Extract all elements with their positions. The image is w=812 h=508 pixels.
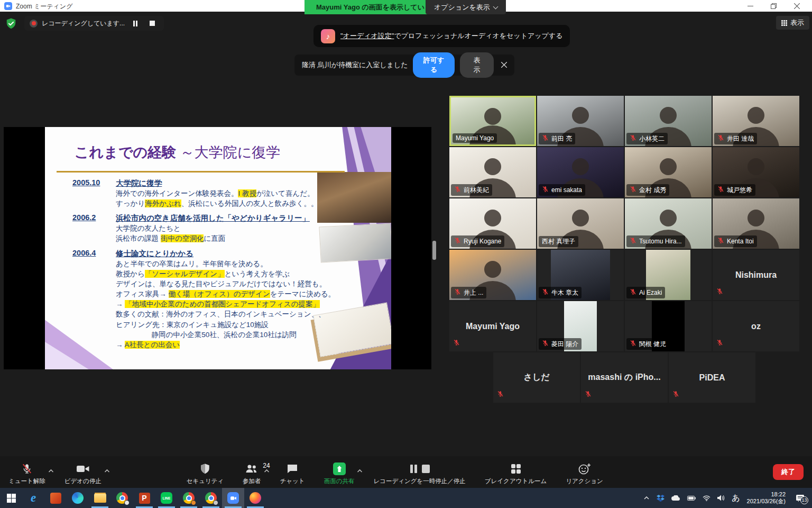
notification-center-icon[interactable]: 13	[796, 494, 805, 502]
participant-tile[interactable]: 井田 達哉	[713, 96, 799, 146]
participant-tile[interactable]: emi sakata	[537, 147, 624, 197]
participant-tile[interactable]: Mayumi Yago	[449, 301, 536, 351]
participant-tile[interactable]: 小林英二	[625, 96, 712, 146]
end-meeting-button[interactable]: 終了	[773, 464, 804, 480]
participant-tile[interactable]: 金村 成秀	[625, 147, 712, 197]
stop-recording-button[interactable]	[146, 18, 159, 29]
music-note-icon: ♪	[321, 29, 335, 43]
meeting-security-shield-icon[interactable]	[5, 17, 17, 30]
entry-date: 2006.2	[72, 213, 114, 223]
participant-name-chip: 西村 真理子	[539, 236, 578, 247]
people-icon	[245, 462, 259, 475]
chevron-up-icon[interactable]	[357, 466, 363, 475]
participant-tile[interactable]: 牛木 章太	[537, 250, 624, 300]
participant-tile[interactable]: 西村 真理子	[537, 198, 624, 249]
camera-icon	[76, 462, 90, 475]
entry-body: 大学院の友人たちと浜松市の課題 街中の空洞化に直面	[116, 223, 335, 243]
muted-mic-icon	[454, 237, 461, 246]
powerpoint-icon: P	[138, 492, 151, 504]
muted-mic-icon	[717, 237, 724, 246]
entry-heading: 修士論文にとりかかる	[116, 249, 335, 259]
taskbar-chrome-icon[interactable]	[111, 488, 133, 508]
toolbar-chat-button[interactable]: チャット	[280, 459, 305, 485]
participant-tile[interactable]: masashi の iPho...	[581, 352, 668, 403]
waiting-view-button[interactable]: 表示	[460, 52, 494, 78]
toolbar-security-button[interactable]: セキュリティ	[186, 459, 224, 485]
participant-tile[interactable]: Ai Ezaki	[625, 250, 712, 300]
show-options-button[interactable]: オプションを表示	[426, 0, 506, 14]
shared-screen-area: これまでの経験 ～大学院に復学 2005.10大学院に復学海外での海外インターン…	[4, 127, 431, 369]
taskbar-office-icon[interactable]	[44, 488, 67, 508]
onedrive-cloud-icon[interactable]	[671, 495, 680, 501]
battery-icon[interactable]	[687, 496, 696, 501]
participant-name-chip: 菱田 陽介	[539, 338, 582, 350]
participant-name-chip: 関根 健児	[626, 338, 669, 350]
person-silhouette-head	[484, 108, 501, 125]
ime-indicator[interactable]: あ	[732, 493, 740, 503]
taskbar-chrome-2-icon[interactable]	[178, 488, 200, 508]
chevron-up-icon[interactable]	[264, 466, 270, 475]
participant-name: emi sakata	[551, 186, 582, 194]
participant-name-chip: Ryuji Kogane	[451, 235, 504, 247]
participant-name: oz	[713, 301, 799, 351]
taskbar-edge-icon[interactable]	[67, 488, 89, 508]
toolbar-breakout-button[interactable]: ブレイクアウトルーム	[485, 459, 547, 485]
participant-name: PiDEA	[669, 352, 755, 403]
participant-tile[interactable]: Nishimura	[713, 250, 799, 300]
chevron-up-icon[interactable]	[104, 466, 110, 475]
clock-date: 2021/03/26(金)	[747, 498, 786, 505]
close-button[interactable]	[788, 0, 806, 12]
taskbar-zoom-icon[interactable]	[222, 488, 244, 508]
participant-tile[interactable]: 前林美紀	[449, 147, 536, 197]
toolbar-mute-button[interactable]: ミュート解除	[8, 459, 45, 485]
taskbar-line-icon[interactable]: LINE	[155, 488, 178, 508]
chat-icon	[286, 462, 299, 475]
panel-resize-handle[interactable]	[432, 241, 436, 260]
participant-tile[interactable]: 菱田 陽介	[537, 301, 624, 351]
pause-recording-button[interactable]	[129, 18, 142, 29]
participant-tile[interactable]: 関根 健児	[625, 301, 712, 351]
taskbar-clock[interactable]: 18:22 2021/03/26(金)	[747, 491, 786, 505]
maximize-button[interactable]	[764, 0, 782, 12]
taskbar-powerpoint-icon[interactable]: P	[133, 488, 155, 508]
wifi-icon[interactable]	[703, 495, 710, 501]
taskbar-ie-icon[interactable]: e	[22, 488, 44, 508]
participant-tile[interactable]: 井上 ...	[449, 250, 536, 300]
participant-tile[interactable]: oz	[713, 301, 799, 351]
toolbar-participants-button[interactable]: 参加者24	[243, 459, 261, 485]
participant-tile[interactable]: Kenta Itoi	[713, 198, 799, 249]
audio-settings-link[interactable]: "オーディオ設定"	[340, 32, 394, 40]
muted-mic-icon	[585, 390, 592, 400]
taskbar-chrome-3-icon[interactable]	[200, 488, 222, 508]
window-title: Zoom ミーティング	[16, 2, 72, 11]
participant-tile[interactable]: Ryuji Kogane	[449, 198, 536, 249]
participant-name-chip: 金村 成秀	[626, 184, 669, 196]
tray-chevron-up-icon[interactable]	[643, 495, 650, 501]
taskbar-apps: ePLINE	[0, 488, 266, 508]
waiting-close-icon[interactable]	[501, 61, 507, 69]
toolbar-reactions-button[interactable]: リアクション	[566, 459, 603, 485]
entry-line: オフィス家具→ 働く場（オフィス）のデザインをテーマに決める。	[116, 289, 335, 299]
dropbox-icon[interactable]	[657, 495, 665, 502]
start-button[interactable]	[0, 488, 22, 508]
toolbar-record-button[interactable]: レコーディングを一時停止／停止	[373, 459, 465, 485]
toolbar-share-button[interactable]: 画面の共有	[324, 459, 355, 485]
minimize-button[interactable]	[741, 0, 759, 12]
show-options-label: オプションを表示	[434, 3, 490, 12]
view-layout-button[interactable]: 表示	[776, 16, 809, 30]
toolbar-video-button[interactable]: ビデオの停止	[64, 459, 102, 485]
taskbar-explorer-icon[interactable]	[89, 488, 111, 508]
chevron-up-icon[interactable]	[48, 466, 54, 475]
smile-plus-icon	[578, 462, 592, 475]
taskbar-firefox-icon[interactable]	[244, 488, 266, 508]
admit-button[interactable]: 許可する	[413, 52, 455, 78]
participant-tile[interactable]: PiDEA	[669, 352, 755, 403]
participant-tile[interactable]: Mayumi Yago	[449, 96, 536, 146]
timeline-entry: 2006.2浜松市内の空き店舗を活用した「やどかりギャラリー」大学院の友人たちと…	[72, 213, 335, 243]
participant-name: 関根 健児	[639, 340, 666, 349]
participant-tile[interactable]: Tsutomu Hira...	[625, 198, 712, 249]
participant-tile[interactable]: さしだ	[493, 352, 580, 403]
participant-tile[interactable]: 城戸悠希	[713, 147, 799, 197]
speaker-icon[interactable]	[717, 495, 725, 501]
participant-tile[interactable]: 前田 亮	[537, 96, 624, 146]
